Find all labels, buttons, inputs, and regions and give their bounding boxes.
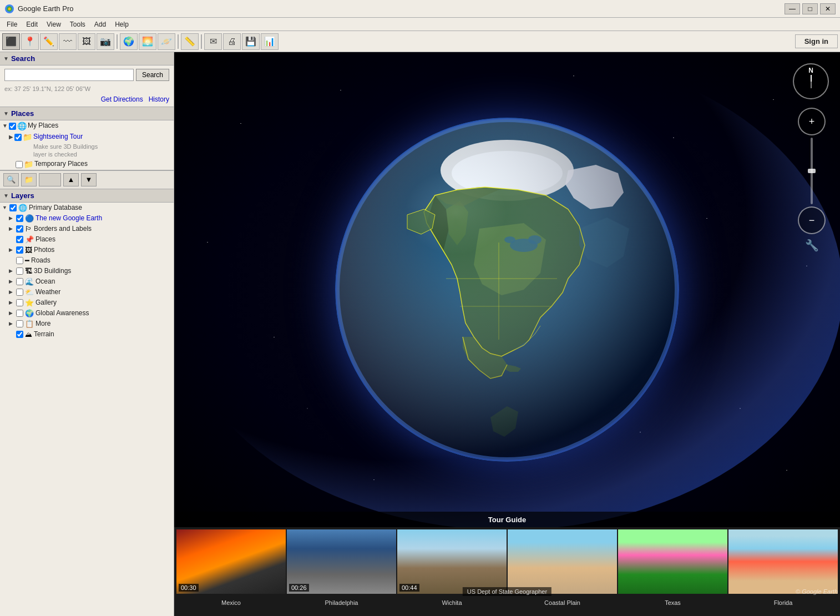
menu-add[interactable]: Add: [90, 19, 110, 29]
history-link[interactable]: History: [149, 95, 169, 103]
search-input[interactable]: [4, 69, 134, 81]
layer-borders-expand-icon[interactable]: ▶: [9, 226, 14, 231]
layer-places-checkbox[interactable]: [16, 236, 23, 243]
layer-photos-checkbox[interactable]: [16, 246, 23, 254]
toolbar-placemark-btn[interactable]: 📍: [21, 33, 39, 50]
layer-ocean-row: ▶ 🌊 Ocean: [7, 276, 174, 287]
minimize-button[interactable]: —: [785, 3, 800, 14]
layer-gallery-checkbox[interactable]: [16, 299, 23, 306]
thumb-label-florida: Florida: [728, 594, 838, 612]
layer-weather-expand-icon[interactable]: ▶: [9, 289, 14, 295]
layers-section-header[interactable]: ▼ Layers: [0, 189, 174, 203]
globe[interactable]: [335, 118, 679, 462]
toolbar-image-btn[interactable]: 🖼: [78, 33, 95, 50]
my-places-checkbox[interactable]: [9, 123, 16, 130]
layer-more-checkbox[interactable]: [16, 320, 23, 327]
layer-places-row: 📌 Places: [7, 234, 174, 245]
thumbnails-area: 00:30 00:26 00:44 Mexico Philadelphia: [174, 527, 840, 616]
primary-db-icon: 🌐: [18, 204, 27, 212]
toolbar-ruler-btn[interactable]: 📏: [181, 33, 199, 50]
thumbnail-coastal[interactable]: [508, 529, 617, 594]
layer-more-expand-icon[interactable]: ▶: [9, 321, 14, 326]
toolbar-sun-btn[interactable]: 🌅: [139, 33, 156, 50]
menu-file[interactable]: File: [2, 19, 22, 29]
zoom-in-button[interactable]: +: [798, 108, 826, 135]
toolbar-earth-btn[interactable]: 🌍: [120, 33, 138, 50]
layer-3d-checkbox[interactable]: [16, 267, 23, 275]
places-folder-btn[interactable]: 📁: [21, 173, 37, 186]
layer-gallery-icon: ⭐: [25, 299, 34, 307]
search-section-header[interactable]: ▼ Search: [0, 52, 174, 65]
toolbar-view-btn[interactable]: ⬛: [2, 33, 20, 50]
sightseeing-tour-label[interactable]: Sightseeing Tour: [33, 133, 83, 140]
toolbar-save-btn[interactable]: 💾: [242, 33, 260, 50]
primary-db-checkbox[interactable]: [9, 204, 17, 211]
places-section-header[interactable]: ▼ Places: [0, 107, 174, 120]
google-earth-watermark: © Google Earth: [796, 588, 838, 595]
layer-ocean-expand-icon[interactable]: ▶: [9, 279, 14, 284]
toolbar: ⬛ 📍 ✏️ 〰 🖼 📷 🌍 🌅 🪐 📏 ✉ 🖨 💾 📊 Sign in: [0, 31, 840, 52]
search-arrow-icon: ▼: [3, 55, 9, 62]
menu-help[interactable]: Help: [110, 19, 133, 29]
layer-3d-expand-icon[interactable]: ▶: [9, 268, 14, 274]
sightseeing-checkbox[interactable]: [14, 134, 22, 141]
toolbar-path-btn[interactable]: 〰: [59, 33, 77, 50]
menu-view[interactable]: View: [42, 19, 65, 29]
places-toolbar: 🔍 📁 ▲ ▼: [0, 170, 174, 189]
toolbar-planet-btn[interactable]: 🪐: [158, 33, 175, 50]
layer-roads-checkbox[interactable]: [16, 257, 23, 264]
layer-ocean-checkbox[interactable]: [16, 278, 23, 285]
layer-global-checkbox[interactable]: [16, 310, 23, 317]
places-down-btn[interactable]: ▼: [81, 173, 97, 186]
temporary-places-checkbox[interactable]: [16, 161, 23, 168]
primary-db-expand-icon[interactable]: ▼: [2, 205, 8, 210]
search-button[interactable]: Search: [136, 69, 169, 81]
compass[interactable]: N: [793, 63, 829, 99]
layer-ge-label[interactable]: The new Google Earth: [36, 214, 102, 222]
sign-in-button[interactable]: Sign in: [795, 34, 838, 48]
layer-global-expand-icon[interactable]: ▶: [9, 310, 14, 316]
thumbnail-philadelphia[interactable]: 00:26: [287, 529, 396, 594]
close-button[interactable]: ✕: [820, 3, 836, 14]
thumb-label-mexico: Mexico: [176, 594, 286, 612]
zoom-bar[interactable]: [811, 138, 813, 204]
tour-guide-label: Tour Guide: [488, 516, 526, 524]
toolbar-record-btn[interactable]: 📷: [97, 33, 114, 50]
thumbnail-mexico[interactable]: 00:30: [176, 529, 286, 594]
layer-borders-checkbox[interactable]: [16, 225, 23, 233]
sightseeing-expand-icon[interactable]: ▶: [9, 134, 13, 140]
thumbnail-florida[interactable]: [728, 529, 838, 594]
layer-weather-checkbox[interactable]: [16, 289, 23, 296]
my-places-expand-icon[interactable]: ▼: [2, 123, 8, 129]
layer-more-label: More: [36, 320, 50, 327]
layer-ge-icon: 🔵: [25, 214, 34, 223]
menu-tools[interactable]: Tools: [65, 19, 90, 29]
search-row: Search: [0, 65, 174, 84]
layer-ge-expand-icon[interactable]: ▶: [9, 215, 14, 221]
menu-edit[interactable]: Edit: [22, 19, 42, 29]
toolbar-email-btn[interactable]: ✉: [204, 33, 222, 50]
places-blank-btn[interactable]: [39, 173, 61, 186]
thumbnail-texas[interactable]: [618, 529, 727, 594]
maximize-button[interactable]: □: [802, 3, 818, 14]
layer-photos-expand-icon[interactable]: ▶: [9, 247, 14, 253]
places-search-btn[interactable]: 🔍: [3, 173, 19, 186]
primary-db-label: Primary Database: [29, 204, 82, 211]
zoom-handle[interactable]: [808, 169, 816, 173]
thumbnail-wichita[interactable]: 00:44: [397, 529, 507, 594]
layer-google-earth-row: ▶ 🔵 The new Google Earth: [7, 213, 174, 224]
toolbar-polygon-btn[interactable]: ✏️: [40, 33, 58, 50]
map-area[interactable]: N + − 🔧 Tour Guide 00:30 00:26: [174, 52, 840, 616]
layer-ge-checkbox[interactable]: [16, 215, 23, 222]
places-up-btn[interactable]: ▲: [63, 173, 79, 186]
layer-borders-icon: 🏳: [25, 225, 32, 233]
zoom-out-button[interactable]: −: [798, 206, 826, 234]
layer-terrain-checkbox[interactable]: [16, 331, 23, 338]
layer-places-label: Places: [36, 235, 55, 243]
layer-gallery-expand-icon[interactable]: ▶: [9, 300, 14, 305]
toolbar-share-btn[interactable]: 📊: [261, 33, 279, 50]
temporary-folder-icon: 📁: [24, 160, 33, 169]
get-directions-link[interactable]: Get Directions: [101, 95, 143, 103]
layer-terrain-label: Terrain: [34, 330, 54, 338]
toolbar-print-btn[interactable]: 🖨: [223, 33, 241, 50]
